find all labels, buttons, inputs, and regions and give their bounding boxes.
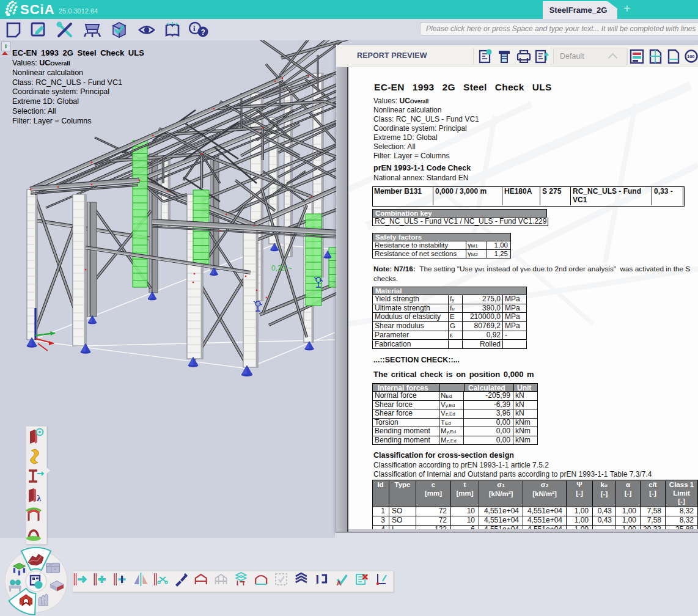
svg-text:I: I [316, 573, 320, 586]
svg-text:A: A [336, 579, 341, 587]
svg-text:100: 100 [687, 54, 695, 59]
